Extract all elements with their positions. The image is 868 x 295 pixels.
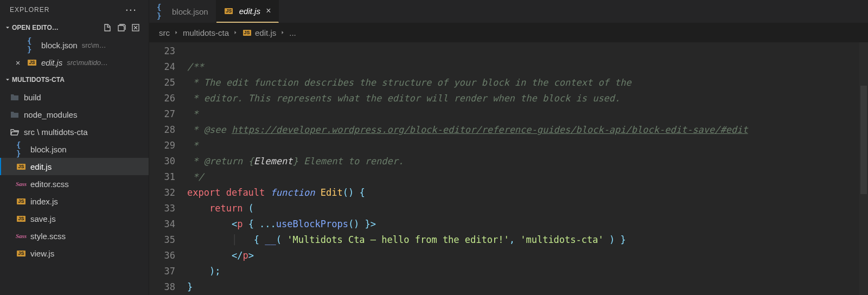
close-all-icon[interactable] [130,22,141,33]
explorer-title: EXPLORER [10,6,49,14]
open-editor-item[interactable]: ×JSedit.jssrc\multido… [0,54,149,71]
breadcrumb-item[interactable]: edit.js [255,28,276,37]
chevron-right-icon [173,28,180,37]
open-editors-header[interactable]: OPEN EDITO… [0,19,149,36]
close-icon[interactable]: × [13,58,23,67]
vertical-scrollbar[interactable] [859,42,868,295]
file-path: src\m… [82,41,149,49]
save-all-icon[interactable] [116,22,127,33]
file-name: style.scss [30,232,66,241]
explorer-sidebar: EXPLORER ··· OPEN EDITO… { }block.jsonsr… [0,0,149,295]
more-actions-icon[interactable]: ··· [125,3,139,17]
minimap[interactable] [805,42,859,295]
tab-label: edit.js [239,7,260,16]
tree-item[interactable]: Sassstyle.scss [0,227,149,245]
file-name: build [24,93,41,102]
json-icon: { } [157,7,167,16]
js-icon: JS [16,248,26,258]
file-tree: buildnode_modulessrc \ multidots-cta{ }b… [0,88,149,262]
sidebar-header: EXPLORER ··· [0,0,149,19]
editor-tab[interactable]: { }block.json [149,0,216,23]
chevron-right-icon [279,28,286,37]
breadcrumb-item[interactable]: src [159,28,170,37]
tab-label: block.json [172,7,208,16]
chevron-down-icon [3,75,12,84]
folder-icon [10,92,20,102]
breadcrumb-item[interactable]: ... [289,28,296,37]
workspace-title: MULTIDOTS-CTA [12,76,145,84]
file-name: block.json [41,41,78,50]
code-content[interactable]: /** * The edit function describes the st… [187,43,868,295]
close-icon[interactable]: × [266,6,271,16]
folder-icon [10,110,20,119]
file-name: edit.js [30,162,52,171]
breadcrumbs[interactable]: srcmultidots-ctaJSedit.js... [149,23,868,42]
new-file-icon[interactable] [102,22,113,33]
json-icon: { } [27,40,37,50]
file-name: src \ multidots-cta [24,127,88,137]
tab-bar: { }block.jsonJSedit.js× [149,0,868,23]
json-icon: { } [16,144,26,154]
sass-icon: Sass [16,231,26,241]
tree-item[interactable]: src \ multidots-cta [0,123,149,140]
tree-item[interactable]: node_modules [0,106,149,123]
file-name: block.json [30,145,67,154]
chevron-down-icon [3,23,12,32]
folder-open-icon [10,127,20,137]
file-name: view.js [30,249,54,258]
tree-item[interactable]: Sasseditor.scss [0,175,149,193]
file-name: node_modules [24,110,77,119]
chevron-right-icon [232,28,239,37]
file-path: src\multido… [67,59,149,67]
workspace-header[interactable]: MULTIDOTS-CTA [0,71,149,88]
tree-item[interactable]: build [0,88,149,106]
open-editor-item[interactable]: { }block.jsonsrc\m… [0,36,149,54]
tree-item[interactable]: JSindex.js [0,193,149,210]
line-gutter: 23242526272829303132333435363738 [149,43,187,295]
file-name: index.js [30,197,58,206]
editor-main: { }block.jsonJSedit.js× srcmultidots-cta… [149,0,868,295]
tree-item[interactable]: { }block.json [0,140,149,158]
js-icon: JS [16,196,26,206]
scrollbar-thumb[interactable] [860,86,867,194]
open-editors-title: OPEN EDITO… [12,24,102,31]
js-icon: JS [242,28,252,37]
js-icon: JS [27,57,37,67]
open-editors-list: { }block.jsonsrc\m…×JSedit.jssrc\multido… [0,36,149,71]
sass-icon: Sass [16,179,26,189]
tree-item[interactable]: JSedit.js [0,158,149,175]
file-name: save.js [30,214,56,223]
tree-item[interactable]: JSview.js [0,245,149,262]
js-icon: JS [16,162,26,171]
file-name: edit.js [41,58,62,67]
js-icon: JS [16,214,26,223]
file-name: editor.scss [30,179,69,189]
breadcrumb-item[interactable]: multidots-cta [183,28,229,37]
editor-tab[interactable]: JSedit.js× [216,0,279,23]
tree-item[interactable]: JSsave.js [0,210,149,227]
editor-area[interactable]: 23242526272829303132333435363738 /** * T… [149,42,868,295]
js-icon: JS [224,6,234,16]
